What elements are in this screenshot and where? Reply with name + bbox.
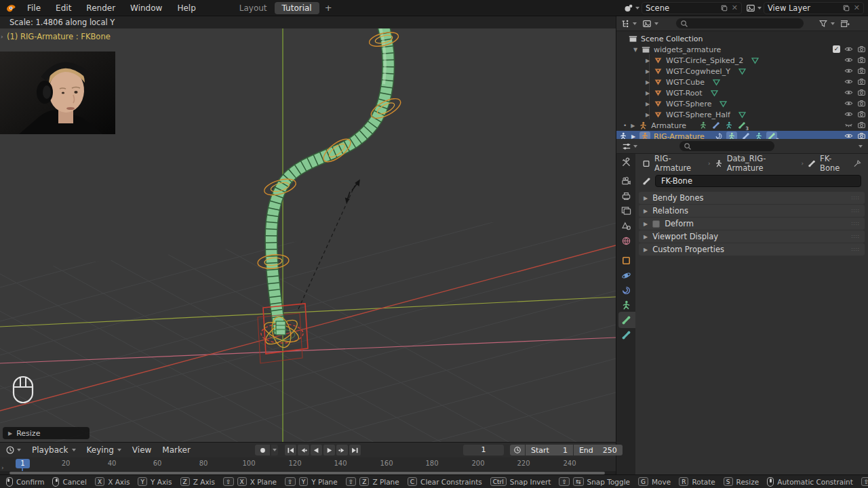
eye-icon[interactable] [844,66,853,75]
previous-keyframe-button[interactable] [298,445,309,455]
panel-viewport-display[interactable]: ▶ Viewport Display ∷∷ [639,230,865,243]
panel-deform[interactable]: ▶ Deform ∷∷ [639,218,865,230]
outliner-editor-icon[interactable] [620,19,630,28]
outliner-item-label[interactable]: WGT-Sphere [666,100,711,108]
camera-icon[interactable] [857,110,866,119]
menu-file[interactable]: File [20,0,48,16]
chevron-down-icon[interactable] [757,7,762,9]
close-icon[interactable]: ✕ [854,3,860,12]
outliner-item-label[interactable]: widgets_armature [654,45,721,54]
tab-bone-icon[interactable] [621,315,631,325]
display-mode-icon[interactable] [642,19,652,28]
new-collection-icon[interactable] [840,19,850,28]
camera-icon[interactable] [857,77,866,86]
chevron-down-icon[interactable] [635,7,639,9]
copy-icon[interactable] [720,4,728,12]
outliner-item-label[interactable]: WGT-Root [666,89,703,98]
disclosure-triangle[interactable]: ▶ [645,112,650,118]
use-preview-range-button[interactable] [510,445,525,455]
menu-render[interactable]: Render [79,0,123,16]
eye-icon[interactable] [844,45,853,54]
tab-view-layer-icon[interactable] [621,206,631,216]
outliner-item-label[interactable]: WGT-Sphere_Half [666,110,730,119]
outliner-item-label[interactable]: Armature [651,121,686,130]
armature-data-icon[interactable] [699,121,707,129]
chevron-down-icon[interactable] [633,145,637,148]
timeline-editor-icon[interactable] [5,445,15,455]
start-frame-field[interactable]: Start1 [526,445,573,455]
end-frame-field[interactable]: End250 [574,445,623,455]
pose-icon[interactable] [712,121,720,129]
breadcrumb-data[interactable]: Data_RIG-Armature [727,154,797,173]
tab-bone-constraint-icon[interactable] [621,330,631,340]
bone-icon[interactable] [738,121,746,129]
panel-relations[interactable]: ▶ Relations ∷∷ [639,205,865,217]
chevron-down-icon[interactable] [633,22,637,25]
disclosure-triangle[interactable]: ▶ [645,79,650,85]
disclosure-triangle[interactable]: ▶ [630,123,635,129]
chevron-down-icon[interactable] [831,22,835,25]
pin-icon[interactable] [853,159,861,168]
menu-help[interactable]: Help [170,0,203,16]
next-keyframe-button[interactable] [336,445,348,455]
outliner-row-scene-collection[interactable]: Scene Collection [616,33,868,44]
menu-window[interactable]: Window [123,0,170,16]
tab-constraints-icon[interactable] [621,285,631,296]
menu-playback[interactable]: Playback [26,445,81,455]
bone-name-input[interactable]: FK-Bone [655,175,861,187]
outliner-row-wgt-circle-spiked[interactable]: ▶ WGT-Circle_Spiked_2 [616,55,868,66]
record-options-dropdown[interactable] [271,445,278,455]
view-layer-name-field[interactable]: View Layer ✕ [764,2,864,14]
camera-icon[interactable] [857,56,866,64]
record-button[interactable] [255,445,270,455]
tab-tutorial[interactable]: Tutorial [275,2,319,14]
menu-view[interactable]: View [127,445,157,455]
eye-icon[interactable] [844,88,853,97]
disclosure-triangle[interactable]: ▶ [645,90,650,96]
eye-icon[interactable] [844,77,853,86]
menu-keying[interactable]: Keying [81,445,127,455]
breadcrumb-bone[interactable]: FK-Bone [820,154,849,173]
tab-layout[interactable]: Layout [232,2,275,14]
disclosure-triangle[interactable]: ▶ [645,58,650,64]
outliner-search-input[interactable] [676,18,804,28]
play-button[interactable] [323,445,335,455]
menu-marker[interactable]: Marker [157,445,195,455]
eye-closed-icon[interactable] [844,121,853,129]
outliner-row-widgets-armature[interactable]: ▼ widgets_armature ✓ [616,44,868,55]
panel-grip[interactable]: ∷∷ [852,221,860,227]
jump-to-start-button[interactable] [285,445,296,455]
view-layer-icon[interactable] [746,3,755,13]
current-frame-field[interactable]: 1 [463,445,504,455]
outliner-item-label[interactable]: WGT-Cube [666,78,705,87]
blender-logo-icon[interactable] [5,3,16,13]
camera-icon[interactable] [857,66,866,75]
outliner-row-armature[interactable]: • ▶ Armature 3 [616,120,868,131]
timeline-ruler[interactable]: 20 40 60 80 100 120 140 160 180 200 220 … [0,458,616,471]
panel-grip[interactable]: ∷∷ [852,208,860,214]
operator-panel-resize[interactable]: ▶ Resize [3,427,90,439]
scene-name-field[interactable]: Scene ✕ [642,2,742,14]
outliner-row-wgt-cogwheel[interactable]: ▶ WGT-Cogwheel_Y [616,66,868,77]
menu-edit[interactable]: Edit [48,0,79,16]
tab-physics-icon[interactable] [621,270,631,281]
toolbar-expand-chevron[interactable]: › [1,33,3,40]
pose-man-icon[interactable] [725,121,733,129]
current-frame-indicator[interactable]: 1 [16,459,30,468]
eye-icon[interactable] [844,99,853,108]
outliner-row-wgt-cube[interactable]: ▶ WGT-Cube [616,77,868,87]
eye-icon[interactable] [844,110,853,119]
view-layer-name[interactable]: View Layer [768,3,839,13]
panel-bendy-bones[interactable]: ▶ Bendy Bones ∷∷ [639,192,865,204]
camera-icon[interactable] [857,45,866,54]
tab-tool-icon[interactable] [621,157,631,167]
chevron-down-icon[interactable] [17,449,21,451]
play-reverse-button[interactable] [311,445,322,455]
outliner-item-label[interactable]: Scene Collection [641,35,703,43]
tab-output-icon[interactable] [621,191,631,201]
outliner-item-label[interactable]: WGT-Cogwheel_Y [666,67,730,76]
camera-icon[interactable] [857,88,866,97]
checkbox-icon[interactable]: ✓ [833,45,840,53]
scene-icon[interactable] [624,3,633,13]
outliner-row-wgt-sphere[interactable]: ▶ WGT-Sphere [616,98,868,109]
